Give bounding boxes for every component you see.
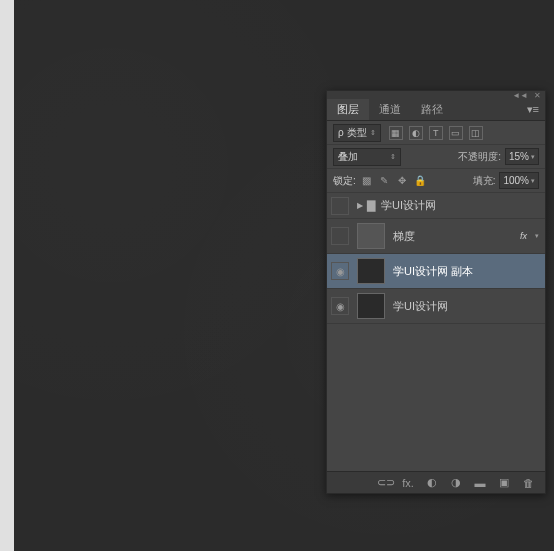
panel-menu-icon[interactable]: ▾≡ bbox=[521, 99, 545, 120]
fx-badge[interactable]: fx bbox=[520, 231, 527, 241]
fx-icon[interactable]: fx. bbox=[401, 477, 415, 489]
visibility-toggle[interactable] bbox=[331, 227, 349, 245]
folder-icon: ▇ bbox=[367, 199, 375, 212]
opacity-label: 不透明度: bbox=[458, 150, 501, 164]
lock-all-icon[interactable]: 🔒 bbox=[414, 174, 427, 187]
visibility-toggle[interactable]: ◉ bbox=[331, 297, 349, 315]
layers-bottom-toolbar: ⊂⊃ fx. ◐ ◑ ▬ ▣ 🗑 bbox=[327, 471, 545, 493]
visibility-toggle[interactable]: ◉ bbox=[331, 262, 349, 280]
trash-icon[interactable]: 🗑 bbox=[521, 477, 535, 489]
fill-input[interactable]: 100% ▾ bbox=[499, 172, 539, 189]
group-icon[interactable]: ▬ bbox=[473, 477, 487, 489]
panel-titlebar: ◄◄ ✕ bbox=[327, 91, 545, 99]
lock-pixels-icon[interactable]: ✎ bbox=[378, 174, 391, 187]
chevron-down-icon[interactable]: ▾ bbox=[535, 232, 539, 240]
filter-type-icons: ▦ ◐ T ▭ ◫ bbox=[389, 126, 483, 140]
opacity-value: 15% bbox=[509, 151, 529, 162]
layer-name[interactable]: 梯度 bbox=[393, 229, 520, 244]
lock-position-icon[interactable]: ✥ bbox=[396, 174, 409, 187]
filter-row: ρ 类型 ⇕ ▦ ◐ T ▭ ◫ bbox=[327, 121, 545, 145]
chevron-down-icon: ⇕ bbox=[370, 129, 376, 137]
fill-value: 100% bbox=[503, 175, 529, 186]
blend-mode-value: 叠加 bbox=[338, 150, 358, 164]
layer-row[interactable]: ◉ 学UI设计网 bbox=[327, 289, 545, 324]
mask-icon[interactable]: ◐ bbox=[425, 476, 439, 489]
layer-thumbnail[interactable] bbox=[357, 293, 385, 319]
layer-row[interactable]: ▶ ▇ 学UI设计网 bbox=[327, 193, 545, 219]
layer-name[interactable]: 学UI设计网 bbox=[381, 198, 545, 213]
layer-name[interactable]: 学UI设计网 副本 bbox=[393, 264, 545, 279]
layers-panel: ◄◄ ✕ 图层 通道 路径 ▾≡ ρ 类型 ⇕ ▦ ◐ T ▭ ◫ 叠加 ⇕ 不… bbox=[326, 90, 546, 494]
layer-thumbnail[interactable] bbox=[357, 223, 385, 249]
chevron-down-icon: ▾ bbox=[531, 177, 535, 185]
fill-label: 填充: bbox=[473, 174, 496, 188]
filter-smart-icon[interactable]: ◫ bbox=[469, 126, 483, 140]
link-layers-icon[interactable]: ⊂⊃ bbox=[377, 476, 391, 489]
blend-row: 叠加 ⇕ 不透明度: 15% ▾ bbox=[327, 145, 545, 169]
opacity-input[interactable]: 15% ▾ bbox=[505, 148, 539, 165]
layers-list: ▶ ▇ 学UI设计网 梯度 fx ▾ ◉ 学UI设计网 副本 ◉ 学UI设计网 bbox=[327, 193, 545, 471]
tab-paths[interactable]: 路径 bbox=[411, 99, 453, 120]
layer-name[interactable]: 学UI设计网 bbox=[393, 299, 545, 314]
expand-icon[interactable]: ▶ bbox=[357, 201, 363, 210]
lock-transparency-icon[interactable]: ▩ bbox=[360, 174, 373, 187]
filter-pixel-icon[interactable]: ▦ bbox=[389, 126, 403, 140]
layer-row[interactable]: 梯度 fx ▾ bbox=[327, 219, 545, 254]
layer-row[interactable]: ◉ 学UI设计网 副本 bbox=[327, 254, 545, 289]
chevron-down-icon: ▾ bbox=[531, 153, 535, 161]
filter-shape-icon[interactable]: ▭ bbox=[449, 126, 463, 140]
filter-type-icon[interactable]: T bbox=[429, 126, 443, 140]
new-layer-icon[interactable]: ▣ bbox=[497, 476, 511, 489]
canvas-edge bbox=[0, 0, 14, 551]
layer-thumbnail[interactable] bbox=[357, 258, 385, 284]
visibility-toggle[interactable] bbox=[331, 197, 349, 215]
search-icon: ρ bbox=[338, 127, 344, 138]
tab-layers[interactable]: 图层 bbox=[327, 99, 369, 120]
filter-kind-label: 类型 bbox=[347, 126, 367, 140]
chevron-down-icon: ⇕ bbox=[390, 153, 396, 161]
blend-mode-select[interactable]: 叠加 ⇕ bbox=[333, 148, 401, 166]
adjustment-icon[interactable]: ◑ bbox=[449, 476, 463, 489]
filter-adjust-icon[interactable]: ◐ bbox=[409, 126, 423, 140]
lock-row: 锁定: ▩ ✎ ✥ 🔒 填充: 100% ▾ bbox=[327, 169, 545, 193]
lock-label: 锁定: bbox=[333, 174, 356, 188]
tab-channels[interactable]: 通道 bbox=[369, 99, 411, 120]
filter-kind-select[interactable]: ρ 类型 ⇕ bbox=[333, 124, 381, 142]
panel-tabs: 图层 通道 路径 ▾≡ bbox=[327, 99, 545, 121]
